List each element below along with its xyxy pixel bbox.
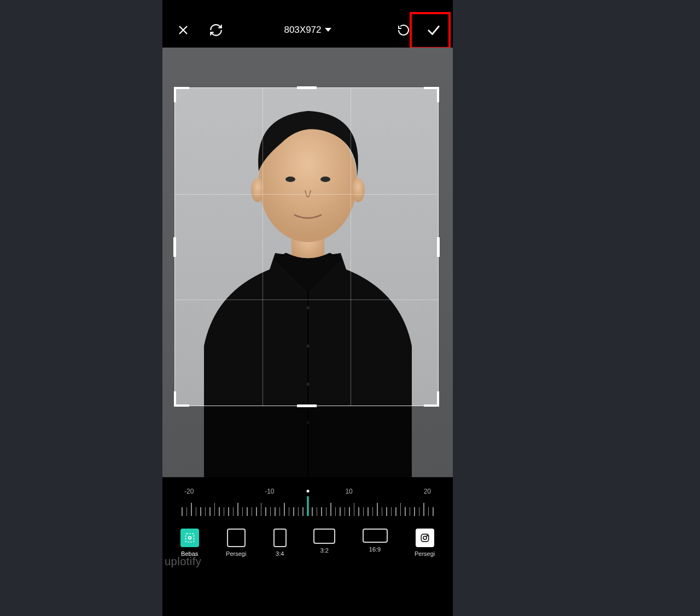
close-icon	[177, 24, 190, 37]
aspect-option-3-2[interactable]: 3:2	[313, 529, 335, 554]
ruler-tick	[372, 507, 374, 516]
ruler-center-dot	[306, 490, 309, 492]
ruler-tick	[191, 503, 192, 516]
crop-frame[interactable]	[174, 87, 439, 406]
aspect-option-16-9[interactable]: 16:9	[363, 529, 388, 553]
ruler-tick	[340, 507, 341, 516]
ruler-tick	[405, 507, 406, 516]
grid-line	[175, 300, 438, 300]
aspect-shape-icon	[363, 529, 388, 543]
ruler-tick	[428, 507, 429, 516]
ruler-label: -10	[265, 488, 274, 495]
crop-shade	[162, 406, 453, 477]
rotation-ruler[interactable]: -20 -10 10 20	[162, 481, 453, 522]
aspect-option-label: Persegi	[226, 550, 246, 557]
ruler-tick	[335, 507, 336, 516]
ruler-tick	[363, 507, 364, 516]
svg-rect-13	[185, 534, 194, 542]
crop-handle-tr[interactable]	[424, 87, 439, 102]
crop-topbar: 803X972	[162, 12, 453, 48]
aspect-option-ig[interactable]: Persegi	[415, 529, 435, 557]
ruler-tick	[275, 507, 276, 516]
ruler-tick	[414, 507, 415, 516]
ruler-label: -20	[184, 488, 194, 495]
ruler-label: 20	[424, 488, 431, 495]
ruler-tick	[317, 507, 318, 516]
crop-handle-bl[interactable]	[174, 391, 189, 407]
aspect-option-label: 16:9	[369, 546, 381, 553]
ruler-tick	[205, 507, 206, 516]
ruler-tick	[377, 503, 378, 516]
crop-handle-top[interactable]	[297, 86, 317, 89]
aspect-option-label: Persegi	[415, 550, 435, 557]
reset-button[interactable]	[201, 15, 231, 45]
grid-line	[175, 194, 438, 195]
ruler-tick	[358, 507, 359, 516]
crop-handle-br[interactable]	[424, 391, 439, 407]
crop-handle-left[interactable]	[173, 237, 176, 257]
aspect-shape-icon	[313, 529, 335, 544]
ruler-tick	[261, 503, 262, 516]
aspect-shape-icon	[227, 529, 246, 547]
ruler-tick	[242, 507, 243, 516]
ruler-tick	[289, 507, 290, 516]
reset-icon	[209, 23, 223, 37]
svg-point-14	[188, 537, 191, 539]
rotate-button[interactable]	[388, 15, 418, 45]
aspect-option-bebas[interactable]: Bebas	[180, 529, 199, 557]
instagram-icon	[416, 529, 434, 547]
ruler-tick	[186, 507, 188, 516]
ruler-tick	[326, 507, 327, 516]
ruler-label: 10	[345, 488, 352, 495]
phone-screen: 803X972	[162, 0, 453, 616]
ruler-tick	[298, 507, 299, 516]
ruler-tick	[265, 507, 266, 516]
ruler-tick	[354, 503, 355, 516]
ruler-tick	[345, 507, 346, 516]
aspect-option-persegi[interactable]: Persegi	[226, 529, 246, 557]
ruler-tick	[182, 507, 183, 516]
crop-handle-bottom[interactable]	[297, 404, 317, 407]
confirm-button[interactable]	[418, 15, 448, 45]
grid-line	[262, 88, 263, 406]
aspect-option-label: 3:4	[276, 550, 284, 557]
ruler-tick	[321, 507, 322, 516]
aspect-ratio-bar: BebasPersegi3:43:216:9Persegi	[162, 522, 453, 616]
crop-handle-right[interactable]	[437, 237, 440, 257]
ruler-tick	[270, 507, 271, 516]
ruler-tick	[330, 503, 331, 516]
check-icon	[425, 22, 442, 38]
ruler-ticks	[162, 498, 453, 516]
ruler-tick	[209, 507, 211, 516]
ruler-tick	[196, 507, 197, 516]
grid-line	[351, 88, 351, 406]
crop-handle-tl[interactable]	[174, 87, 189, 102]
ruler-tick	[395, 507, 396, 516]
ruler-tick	[433, 507, 434, 516]
ruler-tick	[419, 507, 420, 516]
ruler-tick	[382, 507, 383, 516]
ruler-tick	[391, 507, 392, 516]
aspect-option-3-4[interactable]: 3:4	[273, 529, 287, 557]
ruler-tick	[233, 507, 234, 516]
ruler-tick	[252, 507, 253, 516]
ruler-tick	[279, 507, 281, 516]
ruler-tick	[214, 503, 215, 516]
ruler-tick	[400, 503, 401, 516]
ruler-tick	[312, 507, 313, 516]
ruler-tick	[293, 507, 294, 516]
crop-shade	[162, 48, 453, 87]
ruler-tick	[256, 507, 257, 516]
ruler-center-indicator	[307, 496, 308, 516]
photo-stage	[162, 48, 453, 477]
close-button[interactable]	[168, 15, 198, 45]
ruler-tick	[224, 507, 225, 516]
dimensions-label: 803X972	[284, 25, 321, 36]
rotate-icon	[397, 24, 410, 37]
ruler-tick	[368, 507, 369, 516]
aspect-shape-icon	[273, 529, 287, 547]
chevron-down-icon	[325, 28, 331, 32]
ruler-tick	[349, 507, 350, 516]
ruler-tick	[386, 507, 387, 516]
crop-shade	[162, 87, 174, 406]
